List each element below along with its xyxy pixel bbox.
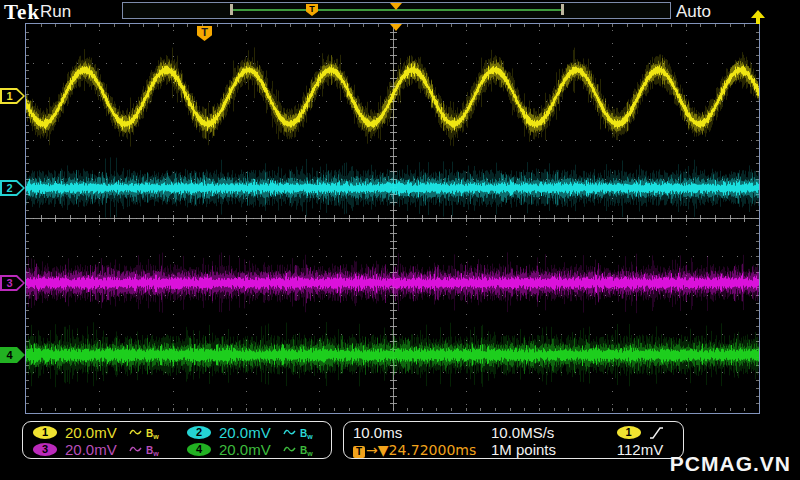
ch4-position-marker[interactable]: 4 bbox=[0, 347, 25, 363]
record-trigger-icon: T bbox=[306, 4, 318, 16]
watermark: PCMAG.VN bbox=[670, 452, 791, 476]
delay-arrow-icon: → bbox=[366, 442, 378, 458]
delay-readout[interactable]: T→▼24.72000ms bbox=[344, 441, 482, 458]
ch1-scale: 20.0mV bbox=[65, 424, 121, 441]
horizontal-trigger-readout-box: 10.0ms 10.0MS/s 1 T→▼24.72000ms 1M point… bbox=[343, 421, 684, 459]
marker-label: 1 bbox=[2, 88, 17, 104]
ch4-scale: 20.0mV bbox=[219, 441, 275, 458]
sample-rate-readout[interactable]: 10.0MS/s bbox=[482, 424, 597, 441]
timebase-readout[interactable]: 10.0ms bbox=[344, 424, 482, 441]
marker-label: 4 bbox=[2, 347, 17, 363]
ch2-position-marker[interactable]: 2 bbox=[0, 180, 25, 196]
marker-label: 2 bbox=[2, 180, 17, 196]
channel-readout-box: 1 20.0mV Bw 2 20.0mV Bw 3 20.0mV Bw 4 bbox=[22, 421, 332, 459]
record-expansion-point-icon bbox=[390, 3, 402, 10]
ch1-readout[interactable]: 1 20.0mV Bw bbox=[23, 424, 177, 441]
ch3-coupling-icons: Bw bbox=[129, 444, 159, 456]
delay-value-group: T→▼24.72000ms bbox=[353, 442, 476, 458]
ch4-badge: 4 bbox=[187, 443, 211, 456]
timebase-scale: 10.0ms bbox=[353, 424, 402, 441]
sample-rate: 10.0MS/s bbox=[491, 424, 554, 441]
waveform-display: T 1 2 3 4 bbox=[25, 23, 760, 414]
ac-coupling-icon bbox=[283, 444, 297, 454]
ac-coupling-icon bbox=[129, 444, 143, 454]
ch3-position-marker[interactable]: 3 bbox=[0, 275, 25, 291]
arrow-stem bbox=[756, 18, 760, 24]
record-view-bar[interactable]: T bbox=[122, 2, 671, 19]
ch2-scale: 20.0mV bbox=[219, 424, 275, 441]
ch3-scale: 20.0mV bbox=[65, 441, 121, 458]
ch4-readout[interactable]: 4 20.0mV Bw bbox=[177, 441, 331, 458]
record-window-right-bracket bbox=[561, 4, 564, 15]
ch1-badge: 1 bbox=[33, 426, 57, 439]
ch4-coupling-icons: Bw bbox=[283, 444, 313, 456]
oscilloscope-screen: Tek Run T Auto T 1 2 3 4 bbox=[0, 0, 800, 480]
record-length: 1M points bbox=[491, 441, 556, 458]
expansion-point-icon[interactable] bbox=[390, 24, 402, 31]
delay-trigger-icon: T bbox=[353, 446, 365, 458]
delay-value: 24.72000ms bbox=[389, 442, 477, 458]
record-length-readout[interactable]: 1M points bbox=[482, 441, 597, 458]
bandwidth-limit-sub: w bbox=[307, 450, 312, 457]
ch1-coupling-icons: Bw bbox=[129, 427, 159, 439]
ac-coupling-icon bbox=[129, 427, 143, 437]
ch2-readout[interactable]: 2 20.0mV Bw bbox=[177, 424, 331, 441]
record-window-left-bracket bbox=[230, 4, 233, 15]
marker-label: 3 bbox=[2, 275, 17, 291]
ch2-badge: 2 bbox=[187, 426, 211, 439]
bandwidth-limit-sub: w bbox=[307, 433, 312, 440]
trigger-level-offscreen-arrow-icon[interactable] bbox=[751, 10, 765, 24]
trigger-source-badge: 1 bbox=[617, 426, 641, 439]
bandwidth-limit-sub: w bbox=[153, 450, 158, 457]
trigger-source-readout[interactable]: 1 bbox=[597, 424, 683, 441]
ac-coupling-icon bbox=[283, 427, 297, 437]
brand-logo: Tek bbox=[4, 0, 40, 25]
ch2-coupling-icons: Bw bbox=[283, 427, 313, 439]
delay-marker-icon: ▼ bbox=[378, 442, 389, 458]
arrow-head bbox=[751, 10, 765, 18]
ch3-readout[interactable]: 3 20.0mV Bw bbox=[23, 441, 177, 458]
trigger-rising-slope-icon bbox=[649, 426, 664, 440]
waveform-canvas bbox=[26, 24, 759, 411]
ch1-position-marker[interactable]: 1 bbox=[0, 88, 25, 104]
trigger-mode-status: Auto bbox=[676, 2, 711, 22]
bandwidth-limit-sub: w bbox=[153, 433, 158, 440]
ch3-badge: 3 bbox=[33, 443, 57, 456]
acquisition-status: Run bbox=[40, 2, 71, 22]
trigger-level-value: 112mV bbox=[617, 441, 663, 458]
